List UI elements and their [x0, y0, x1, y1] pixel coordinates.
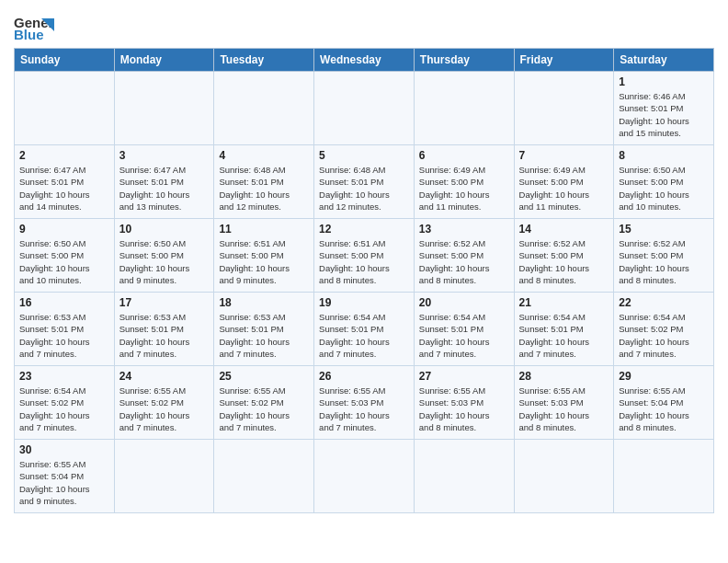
day-number: 22 — [619, 296, 709, 309]
day-info: Sunrise: 6:48 AM Sunset: 5:01 PM Dayligh… — [319, 164, 409, 213]
day-number: 12 — [319, 223, 409, 236]
calendar-cell: 23Sunrise: 6:54 AM Sunset: 5:02 PM Dayli… — [15, 366, 115, 440]
day-info: Sunrise: 6:50 AM Sunset: 5:00 PM Dayligh… — [619, 164, 709, 213]
calendar-cell — [314, 72, 415, 145]
calendar-cell: 2Sunrise: 6:47 AM Sunset: 5:01 PM Daylig… — [15, 145, 115, 219]
day-number: 14 — [519, 223, 609, 236]
svg-text:Blue: Blue — [14, 27, 44, 42]
col-header-monday: Monday — [114, 49, 214, 72]
day-number: 10 — [119, 223, 210, 236]
day-info: Sunrise: 6:50 AM Sunset: 5:00 PM Dayligh… — [19, 237, 109, 286]
calendar-cell: 10Sunrise: 6:50 AM Sunset: 5:00 PM Dayli… — [114, 219, 214, 293]
calendar-cell: 30Sunrise: 6:55 AM Sunset: 5:04 PM Dayli… — [15, 440, 115, 513]
col-header-wednesday: Wednesday — [314, 49, 415, 72]
col-header-thursday: Thursday — [414, 49, 514, 72]
day-info: Sunrise: 6:50 AM Sunset: 5:00 PM Dayligh… — [119, 237, 210, 286]
day-info: Sunrise: 6:55 AM Sunset: 5:03 PM Dayligh… — [319, 385, 409, 433]
calendar-cell: 19Sunrise: 6:54 AM Sunset: 5:01 PM Dayli… — [314, 293, 415, 366]
calendar-cell — [514, 440, 614, 513]
calendar-cell: 21Sunrise: 6:54 AM Sunset: 5:01 PM Dayli… — [514, 293, 614, 366]
day-number: 8 — [619, 149, 709, 162]
day-info: Sunrise: 6:52 AM Sunset: 5:00 PM Dayligh… — [419, 237, 509, 286]
day-info: Sunrise: 6:55 AM Sunset: 5:02 PM Dayligh… — [219, 385, 309, 433]
calendar-header-row: SundayMondayTuesdayWednesdayThursdayFrid… — [15, 49, 714, 72]
day-number: 29 — [619, 370, 709, 383]
calendar-cell: 17Sunrise: 6:53 AM Sunset: 5:01 PM Dayli… — [114, 293, 214, 366]
calendar-week-row: 9Sunrise: 6:50 AM Sunset: 5:00 PM Daylig… — [15, 219, 714, 293]
calendar-cell: 8Sunrise: 6:50 AM Sunset: 5:00 PM Daylig… — [614, 145, 714, 219]
calendar-week-row: 23Sunrise: 6:54 AM Sunset: 5:02 PM Dayli… — [15, 366, 714, 440]
day-info: Sunrise: 6:54 AM Sunset: 5:02 PM Dayligh… — [619, 311, 709, 360]
day-number: 21 — [519, 296, 609, 309]
day-info: Sunrise: 6:47 AM Sunset: 5:01 PM Dayligh… — [19, 164, 109, 213]
day-number: 20 — [419, 296, 509, 309]
day-info: Sunrise: 6:49 AM Sunset: 5:00 PM Dayligh… — [419, 164, 509, 213]
calendar-cell: 4Sunrise: 6:48 AM Sunset: 5:01 PM Daylig… — [214, 145, 314, 219]
day-number: 25 — [219, 370, 309, 383]
calendar-cell: 26Sunrise: 6:55 AM Sunset: 5:03 PM Dayli… — [314, 366, 415, 440]
day-info: Sunrise: 6:55 AM Sunset: 5:03 PM Dayligh… — [419, 385, 509, 433]
calendar-cell: 1Sunrise: 6:46 AM Sunset: 5:01 PM Daylig… — [614, 72, 714, 145]
calendar-cell: 3Sunrise: 6:47 AM Sunset: 5:01 PM Daylig… — [114, 145, 214, 219]
day-info: Sunrise: 6:52 AM Sunset: 5:00 PM Dayligh… — [619, 237, 709, 286]
calendar-cell: 18Sunrise: 6:53 AM Sunset: 5:01 PM Dayli… — [214, 293, 314, 366]
col-header-sunday: Sunday — [15, 49, 115, 72]
day-number: 9 — [19, 223, 109, 236]
calendar-cell: 28Sunrise: 6:55 AM Sunset: 5:03 PM Dayli… — [514, 366, 614, 440]
day-number: 15 — [619, 223, 709, 236]
calendar-cell: 29Sunrise: 6:55 AM Sunset: 5:04 PM Dayli… — [614, 366, 714, 440]
day-number: 5 — [319, 149, 409, 162]
day-info: Sunrise: 6:52 AM Sunset: 5:00 PM Dayligh… — [519, 237, 609, 286]
calendar-cell: 24Sunrise: 6:55 AM Sunset: 5:02 PM Dayli… — [114, 366, 214, 440]
day-number: 19 — [319, 296, 409, 309]
day-number: 11 — [219, 223, 309, 236]
logo: General Blue — [14, 9, 54, 42]
calendar-cell: 11Sunrise: 6:51 AM Sunset: 5:00 PM Dayli… — [214, 219, 314, 293]
day-info: Sunrise: 6:46 AM Sunset: 5:01 PM Dayligh… — [619, 90, 709, 139]
day-info: Sunrise: 6:54 AM Sunset: 5:01 PM Dayligh… — [519, 311, 609, 360]
calendar-cell: 6Sunrise: 6:49 AM Sunset: 5:00 PM Daylig… — [414, 145, 514, 219]
calendar-week-row: 16Sunrise: 6:53 AM Sunset: 5:01 PM Dayli… — [15, 293, 714, 366]
general-blue-logo-icon: General Blue — [14, 9, 54, 42]
calendar-cell: 20Sunrise: 6:54 AM Sunset: 5:01 PM Dayli… — [414, 293, 514, 366]
calendar-cell — [114, 72, 214, 145]
day-number: 13 — [419, 223, 509, 236]
day-number: 3 — [119, 149, 210, 162]
calendar-cell: 15Sunrise: 6:52 AM Sunset: 5:00 PM Dayli… — [614, 219, 714, 293]
day-number: 6 — [419, 149, 509, 162]
calendar-cell — [514, 72, 614, 145]
day-info: Sunrise: 6:54 AM Sunset: 5:01 PM Dayligh… — [419, 311, 509, 360]
day-info: Sunrise: 6:55 AM Sunset: 5:04 PM Dayligh… — [619, 385, 709, 433]
day-info: Sunrise: 6:53 AM Sunset: 5:01 PM Dayligh… — [19, 311, 109, 360]
day-info: Sunrise: 6:55 AM Sunset: 5:02 PM Dayligh… — [119, 385, 210, 433]
day-number: 30 — [19, 443, 109, 456]
day-number: 26 — [319, 370, 409, 383]
day-number: 17 — [119, 296, 210, 309]
day-info: Sunrise: 6:53 AM Sunset: 5:01 PM Dayligh… — [119, 311, 210, 360]
day-number: 2 — [19, 149, 109, 162]
col-header-saturday: Saturday — [614, 49, 714, 72]
day-info: Sunrise: 6:53 AM Sunset: 5:01 PM Dayligh… — [219, 311, 309, 360]
day-info: Sunrise: 6:49 AM Sunset: 5:00 PM Dayligh… — [519, 164, 609, 213]
calendar-cell — [414, 72, 514, 145]
day-info: Sunrise: 6:51 AM Sunset: 5:00 PM Dayligh… — [319, 237, 409, 286]
calendar-cell — [414, 440, 514, 513]
day-info: Sunrise: 6:54 AM Sunset: 5:02 PM Dayligh… — [19, 385, 109, 433]
calendar-week-row: 1Sunrise: 6:46 AM Sunset: 5:01 PM Daylig… — [15, 72, 714, 145]
calendar-cell: 25Sunrise: 6:55 AM Sunset: 5:02 PM Dayli… — [214, 366, 314, 440]
day-info: Sunrise: 6:54 AM Sunset: 5:01 PM Dayligh… — [319, 311, 409, 360]
calendar-table: SundayMondayTuesdayWednesdayThursdayFrid… — [14, 48, 714, 513]
calendar-cell: 27Sunrise: 6:55 AM Sunset: 5:03 PM Dayli… — [414, 366, 514, 440]
col-header-friday: Friday — [514, 49, 614, 72]
calendar-cell: 5Sunrise: 6:48 AM Sunset: 5:01 PM Daylig… — [314, 145, 415, 219]
calendar-cell — [15, 72, 115, 145]
day-number: 27 — [419, 370, 509, 383]
calendar-week-row: 2Sunrise: 6:47 AM Sunset: 5:01 PM Daylig… — [15, 145, 714, 219]
calendar-cell — [214, 72, 314, 145]
day-number: 23 — [19, 370, 109, 383]
day-number: 28 — [519, 370, 609, 383]
day-info: Sunrise: 6:47 AM Sunset: 5:01 PM Dayligh… — [119, 164, 210, 213]
day-info: Sunrise: 6:48 AM Sunset: 5:01 PM Dayligh… — [219, 164, 309, 213]
day-number: 7 — [519, 149, 609, 162]
col-header-tuesday: Tuesday — [214, 49, 314, 72]
